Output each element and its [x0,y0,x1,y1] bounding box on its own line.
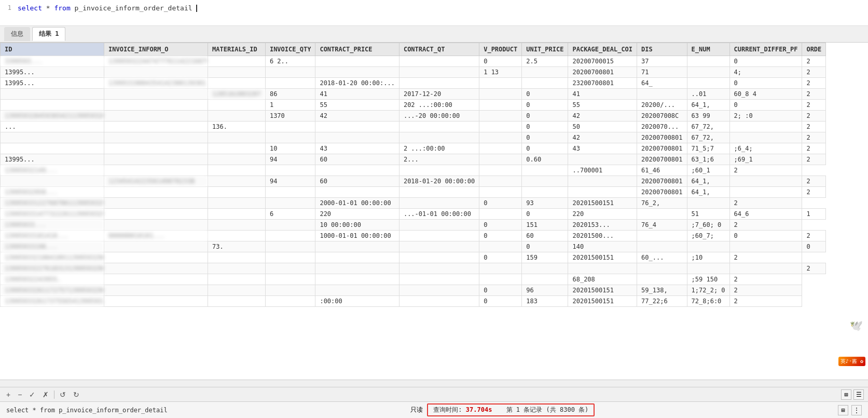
toolbar-refresh-btn[interactable]: ↺ [58,389,68,400]
table-cell: 6 2.. [265,56,315,67]
table-cell: 13995... [1,67,104,78]
col-header-e-num[interactable]: E_NUM [687,43,729,56]
col-header-current-differ[interactable]: CURRENT_DIFFER_PF [729,43,802,56]
table-cell: 2 [802,78,826,89]
grid-view-icon[interactable]: ⊞ [841,389,851,400]
table-cell: 13995319804354142300139301... [104,78,208,89]
table-row[interactable]: 13995932845936542113995932648804351..267… [1,111,826,122]
table-cell [399,67,479,78]
toolbar-cancel-btn[interactable]: ✗ [40,389,51,400]
table-row[interactable]: 13995932149.....70000161_46;60_12 [1,165,826,176]
table-row[interactable]: 13995932950...2020070080164_1,2 [1,187,826,198]
table-cell: 1370 [265,111,315,122]
query-stats-box: 查询时间: 37.704s 第 1 条记录 (共 8300 条) [427,403,595,416]
col-header-invoice-inform[interactable]: INVOICE_INFORM_O [104,43,208,56]
toolbar-remove-btn[interactable]: − [16,389,24,400]
table-row[interactable]: 1399593322761831313995932984348673142310… [1,263,826,274]
table-cell [104,285,208,296]
toolbar: + − ✓ ✗ ↺ ↻ ⊞ ☰ [0,387,868,401]
table-cell: 10 00:00:00 [315,220,399,231]
table-cell: 220 [315,209,399,220]
table-cell: 2 [729,252,802,263]
table-cell [399,296,479,307]
table-row[interactable]: 1399593312276070611399593298434867314240… [1,198,826,209]
table-row[interactable]: 13995...94602...0.602020070080163_1;6;69… [1,154,826,165]
table-cell [479,100,522,111]
status-list-icon[interactable]: ⋮ [851,405,862,415]
table-cell [1,132,104,143]
table-cell: 2 [802,176,826,187]
table-cell: 13995... [1,154,104,165]
table-cell [1,143,104,154]
sql-text[interactable]: select * from p_invoice_inform_order_det… [16,2,868,14]
table-row[interactable]: ...136.0502020070...67_72,2 [1,122,826,132]
table-cell [265,231,315,241]
table-row[interactable]: 139959332108410911399593298434867... 015… [1,252,826,263]
table-cell [729,241,802,252]
table-cell [208,56,266,67]
table-cell [265,220,315,231]
toolbar-redo-btn[interactable]: ↻ [71,389,81,400]
table-cell [687,67,729,78]
col-header-invoice-qty[interactable]: INVOICE_QTY [265,43,315,56]
table-cell: 0 [479,220,522,231]
table-row[interactable]: 13995933...10 00:00:0001512020153...76_4… [1,220,826,231]
table-row[interactable]: 1234541422356149070233B94602018-01-20 00… [1,176,826,187]
table-cell: 61_46 [637,165,687,176]
col-header-id[interactable]: ID [1,43,104,56]
query-time-label: 查询时间: [433,406,462,413]
table-cell [399,231,479,241]
table-cell: 13995933... [1,220,104,231]
table-row[interactable]: 13995...13995319804354142300139301...201… [1,78,826,89]
col-header-contract-qt[interactable]: CONTRACT_QT [399,43,479,56]
table-cell: 2 [729,296,802,307]
table-cell: 2 [802,154,826,165]
table-row[interactable]: 13995932243955.68_208;59 1502 [1,274,826,285]
col-header-dis[interactable]: DIS [637,43,687,56]
table-row[interactable]: 155202 ...:00:0005520200/...64_1,02 [1,100,826,111]
line-number: 1 [0,2,16,14]
col-header-materials-id[interactable]: MATERIALS_ID [208,43,266,56]
table-cell: 000000010101... [104,231,208,241]
table-row[interactable]: 10432 ...:00:000432020070080171_5;7;6_4;… [1,143,826,154]
col-header-v-product[interactable]: V_PRODUCT [479,43,522,56]
table-cell [265,187,315,198]
tab-result1[interactable]: 结果 1 [32,27,65,41]
status-grid-icon[interactable]: ⊞ [838,405,848,415]
table-cell [315,132,399,143]
table-cell: ...-20 00:00:00 [399,111,479,122]
table-row[interactable]: 13995933198...73.01400 [1,241,826,252]
list-view-icon[interactable]: ☰ [853,389,864,400]
table-row[interactable]: 0422020070080167_72,2 [1,132,826,143]
table-cell: 20200700801 [568,67,637,78]
toolbar-add-btn[interactable]: + [4,389,12,400]
table-cell: 50 [568,122,637,132]
table-cell [479,176,522,187]
col-header-orde[interactable]: ORDE [802,43,826,56]
table-cell: 220 [568,209,637,220]
table-cell: 42 [568,111,637,122]
col-header-package-deal[interactable]: PACKAGE_DEAL_COI [568,43,637,56]
table-cell: 1;72_2; 0 [687,285,729,296]
results-table-container[interactable]: ID INVOICE_INFORM_O MATERIALS_ID INVOICE… [0,43,868,380]
table-cell [729,122,802,132]
table-cell [568,176,637,187]
table-cell [315,274,399,285]
table-cell: 2 [729,165,802,176]
table-cell [265,263,315,274]
hscroll-bar[interactable] [0,380,868,387]
col-header-contract-price[interactable]: CONTRACT_PRICE [315,43,399,56]
table-row[interactable]: 128516280320786412017-12-20041..0160_8 4… [1,89,826,100]
table-row[interactable]: 3399593...139959322447477761142216879747… [1,56,826,67]
table-row[interactable]: 13995...1 1320200700801714;2 [1,67,826,78]
table-row[interactable]: 13995933181410...000000010101...1000-01-… [1,231,826,241]
table-cell: 13995933181410... [1,231,104,241]
col-header-unit-price[interactable]: UNIT_PRICE [522,43,568,56]
tab-info[interactable]: 信息 [4,27,30,41]
table-row[interactable]: 139959332611727571399593298451..09620201… [1,285,826,296]
table-cell: 2 [802,263,826,274]
table-row[interactable]: 1399593326173755654139959329843486731421… [1,296,826,307]
table-cell [208,132,266,143]
toolbar-confirm-btn[interactable]: ✓ [27,389,37,400]
table-row[interactable]: 1399593314773222611399593298434867314234… [1,209,826,220]
